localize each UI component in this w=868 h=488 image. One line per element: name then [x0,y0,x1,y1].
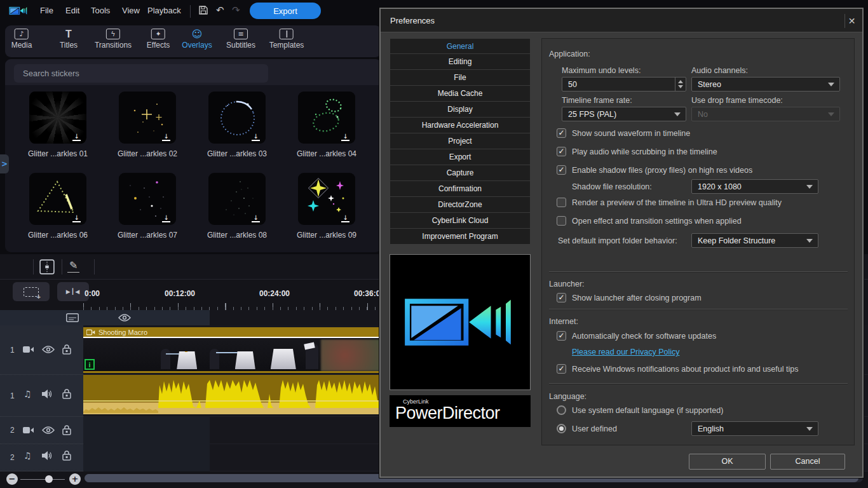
zoom-in-icon[interactable]: + [69,473,81,485]
menubar-divider [190,5,191,18]
audio-clip[interactable] [83,375,381,414]
menu-tools[interactable]: Tools [91,6,110,15]
sticker-item[interactable]: ↓ [29,173,86,225]
cancel-button[interactable]: Cancel [770,454,845,470]
tab-titles[interactable]: T Titles [60,29,78,50]
language-value: English [698,424,724,433]
sticker-label: Glitter ...arkles 03 [196,149,278,158]
frame-rate-dropdown[interactable]: 25 FPS (PAL) [562,107,686,121]
sticker-item[interactable]: ↓ [119,92,176,144]
eye-icon[interactable] [42,426,55,434]
checkbox-ultra-hd-preview[interactable] [557,198,566,207]
sticker-label: Glitter ...arkles 07 [106,231,189,240]
track-manager-icon[interactable] [39,259,55,274]
effects-icon: ✦ [151,29,165,39]
audio-channels-label: Audio channels: [691,66,748,75]
language-dropdown[interactable]: English [691,421,818,436]
dropdown-arrow-icon [828,112,834,116]
sticker-item[interactable]: ↓ [298,173,355,225]
speaker-icon[interactable] [42,451,52,460]
checkbox-open-settings[interactable] [557,216,566,226]
tab-effects[interactable]: ✦ Effects [147,29,170,50]
sidebar-item-confirmation[interactable]: Confirmation [390,181,531,197]
frame-rate-value: 25 FPS (PAL) [568,110,616,119]
tab-overlays[interactable]: ☺ Overlays [182,29,212,50]
checkbox-shadow-files[interactable]: ✓ [557,165,566,175]
sticker-item[interactable]: ↓ [29,92,86,144]
shadow-res-dropdown[interactable]: 1920 x 1080 [691,179,818,194]
sticker-library: ↓ ↓ ↓ ↓ Glitter ...arkles 01 Glitter ...… [5,59,381,252]
sidebar-item-file[interactable]: File [390,70,531,86]
sticker-item[interactable]: ↓ [208,173,266,225]
clip-info-badge[interactable]: i [85,359,95,370]
dropdown-arrow-icon [674,112,681,116]
close-icon[interactable]: ✕ [844,14,858,28]
lock-icon[interactable] [62,425,71,435]
tab-subtitles[interactable]: ≡ Subtitles [226,29,255,50]
menu-view[interactable]: View [122,6,140,15]
radio-label: User defined [572,424,617,433]
checkbox-waveform[interactable]: ✓ [557,128,566,138]
sticker-item[interactable]: ↓ [298,92,355,144]
tab-label: Titles [60,41,78,50]
drop-frame-dropdown: No [691,107,840,121]
radio-user-defined-language[interactable] [557,424,566,433]
sidebar-item-cyberlink-cloud[interactable]: CyberLink Cloud [390,213,531,229]
tab-media[interactable]: ♪ Media [11,29,32,50]
audio-channels-dropdown[interactable]: Stereo [691,77,840,92]
undo-icon[interactable]: ↶ [216,4,224,16]
sticker-item[interactable]: ↓ [208,92,266,144]
ok-button[interactable]: OK [689,454,766,470]
tab-templates[interactable]: Templates [269,29,304,50]
import-folder-dropdown[interactable]: Keep Folder Structure [691,233,818,248]
sidebar-item-hardware-acceleration[interactable]: Hardware Acceleration [390,118,531,133]
menu-edit[interactable]: Edit [65,6,79,15]
sidebar-item-improvement-program[interactable]: Improvement Program [390,229,531,245]
checkbox-scrub-audio[interactable]: ✓ [557,147,566,156]
zoom-out-icon[interactable]: − [6,473,18,485]
eye-icon[interactable] [42,346,55,353]
checkbox-windows-notifications[interactable]: ✓ [557,364,566,374]
zoom-slider-track[interactable] [20,479,65,480]
sidebar-item-general[interactable]: General [390,38,531,54]
zoom-slider-handle[interactable] [45,475,53,483]
checkbox-show-launcher[interactable]: ✓ [557,293,566,302]
sticker-item[interactable]: ↓ [119,173,176,225]
track-number: 2 [10,453,15,462]
section-divider [549,271,848,272]
download-icon: ↓ [252,133,260,141]
sidebar-item-capture[interactable]: Capture [390,165,531,181]
visibility-all-icon[interactable] [118,314,131,322]
max-undo-input[interactable]: 50 [562,77,686,92]
privacy-policy-link[interactable]: Please read our Privacy Policy [572,348,680,356]
menu-file[interactable]: File [40,6,53,15]
lock-icon[interactable] [62,344,71,355]
sidebar-item-editing[interactable]: Editing [390,54,531,70]
internet-heading: Internet: [549,317,578,326]
tab-transitions[interactable]: ϟ Transitions [95,29,132,50]
sidebar-item-display[interactable]: Display [390,102,531,118]
spinner-arrows[interactable] [675,78,686,91]
lock-icon[interactable] [62,389,71,399]
marker-track-icon[interactable] [66,313,79,322]
radio-system-default-language[interactable] [557,405,566,415]
search-input[interactable] [14,64,268,83]
sidebar-item-media-cache[interactable]: Media Cache [390,86,531,102]
sidebar-item-project[interactable]: Project [390,133,531,149]
speaker-icon[interactable] [42,390,52,398]
checkbox-label: Show launcher after closing program [572,294,702,302]
sidebar-item-directorzone[interactable]: DirectorZone [390,197,531,213]
sidebar-item-export[interactable]: Export [390,149,531,165]
menu-playback[interactable]: Playback [147,6,181,15]
checkbox-auto-update[interactable]: ✓ [557,331,566,341]
add-track-button[interactable]: + [13,282,50,301]
panel-expander-chevron-icon[interactable]: > [0,154,9,173]
design-pen-icon[interactable]: ✎ [67,259,79,273]
timeline-ruler[interactable]: 0:00 00:12:00 00:24:00 00:36:00 [83,282,379,313]
video-clip[interactable]: Shooting Macro [83,327,381,373]
export-button[interactable]: Export [250,3,321,19]
save-icon[interactable] [198,5,208,15]
tab-label: Subtitles [226,41,255,50]
film-frame [321,339,381,371]
lock-icon[interactable] [62,451,71,461]
